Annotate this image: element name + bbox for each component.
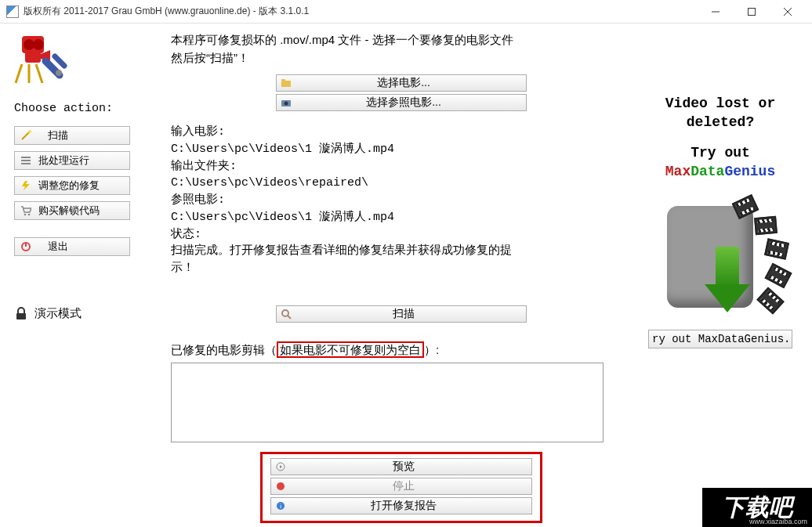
ad-panel: Video lost or deleted? Try out MaxDataGe… bbox=[640, 23, 812, 527]
sidebar-heading: Choose action: bbox=[14, 102, 113, 115]
btn-label: 预览 bbox=[292, 460, 531, 474]
sidebar: Choose action: 扫描 批处理运行 调整您的修复 购买解锁代码 退出… bbox=[0, 23, 157, 527]
report-button[interactable]: i 打开修复报告 bbox=[270, 497, 532, 514]
svg-marker-18 bbox=[22, 181, 30, 190]
camera-icon bbox=[280, 96, 292, 109]
stop-icon bbox=[274, 480, 287, 493]
svg-rect-23 bbox=[16, 313, 26, 319]
unlock-button[interactable]: 购买解锁代码 bbox=[14, 201, 130, 220]
btn-label: 停止 bbox=[292, 479, 531, 493]
list-icon bbox=[20, 154, 32, 167]
svg-rect-1 bbox=[749, 8, 756, 15]
maximize-button[interactable] bbox=[734, 1, 770, 23]
stop-button: 停止 bbox=[270, 478, 532, 495]
btn-label: 扫描 bbox=[297, 307, 526, 321]
play-icon bbox=[274, 460, 287, 473]
svg-point-27 bbox=[285, 102, 288, 106]
maximize-icon bbox=[748, 8, 756, 16]
main-panel: 本程序可修复损坏的 .mov/.mp4 文件 - 选择一个要修复的电影文件 然后… bbox=[157, 23, 640, 527]
sidebar-btn-label: 退出 bbox=[38, 240, 125, 254]
select-movie-button[interactable]: 选择电影... bbox=[276, 74, 527, 92]
scan-main-button[interactable]: 扫描 bbox=[276, 305, 527, 323]
intro-text: 本程序可修复损坏的 .mov/.mp4 文件 - 选择一个要修复的电影文件 然后… bbox=[171, 31, 632, 67]
svg-rect-16 bbox=[21, 160, 31, 161]
minimize-button[interactable] bbox=[698, 1, 734, 23]
svg-rect-15 bbox=[21, 157, 31, 158]
btn-label: 选择电影... bbox=[297, 76, 526, 90]
ad-button-label: ry out MaxDataGenius.. bbox=[652, 333, 792, 345]
info-icon: i bbox=[274, 500, 287, 512]
svg-rect-7 bbox=[25, 52, 41, 63]
bolt-icon bbox=[20, 179, 32, 192]
magnifier-icon bbox=[280, 308, 292, 320]
svg-line-10 bbox=[36, 64, 42, 83]
batch-button[interactable]: 批处理运行 bbox=[14, 151, 130, 170]
app-icon bbox=[6, 5, 19, 18]
svg-line-29 bbox=[288, 316, 291, 319]
svg-marker-31 bbox=[280, 465, 282, 468]
sidebar-btn-label: 批处理运行 bbox=[38, 153, 89, 168]
scan-button[interactable]: 扫描 bbox=[14, 126, 130, 145]
cart-icon bbox=[20, 204, 32, 217]
sidebar-btn-label: 扫描 bbox=[38, 128, 125, 143]
lock-icon bbox=[14, 307, 28, 321]
svg-point-14 bbox=[28, 130, 31, 133]
ad-headline: Video lost or deleted? Try out MaxDataGe… bbox=[643, 94, 798, 181]
sidebar-btn-label: 调整您的修复 bbox=[38, 179, 100, 193]
svg-line-13 bbox=[22, 132, 30, 139]
action-group: 预览 停止 i 打开修复报告 bbox=[260, 452, 542, 523]
adjust-button[interactable]: 调整您的修复 bbox=[14, 176, 130, 195]
svg-point-32 bbox=[277, 482, 285, 490]
svg-rect-17 bbox=[21, 163, 31, 164]
watermark: 下载吧 www.xiazaiba.com bbox=[702, 488, 812, 527]
svg-point-5 bbox=[24, 39, 34, 50]
clip-label: 已修复的电影剪辑（如果电影不可修复则为空白）: bbox=[171, 343, 632, 358]
sidebar-btn-label: 购买解锁代码 bbox=[38, 204, 100, 218]
minimize-icon bbox=[712, 8, 720, 16]
folder-icon bbox=[280, 77, 292, 89]
repaired-list[interactable] bbox=[171, 363, 604, 442]
svg-rect-25 bbox=[281, 79, 285, 81]
btn-label: 打开修复报告 bbox=[292, 499, 531, 513]
close-button[interactable] bbox=[770, 1, 806, 23]
preview-button[interactable]: 预览 bbox=[270, 458, 532, 475]
wand-icon bbox=[20, 129, 32, 142]
select-ref-button[interactable]: 选择参照电影... bbox=[276, 94, 527, 111]
svg-point-19 bbox=[24, 214, 27, 216]
svg-line-9 bbox=[16, 64, 22, 83]
clip-highlight: 如果电影不可修复则为空白 bbox=[277, 341, 424, 358]
ad-button[interactable]: ry out MaxDataGenius.. bbox=[648, 330, 792, 348]
exit-button[interactable]: 退出 bbox=[14, 237, 130, 256]
ad-image bbox=[650, 192, 791, 325]
app-logo bbox=[14, 31, 69, 86]
svg-rect-24 bbox=[281, 81, 291, 87]
svg-point-6 bbox=[33, 39, 44, 50]
svg-point-20 bbox=[28, 214, 31, 216]
demo-label: 演示模式 bbox=[34, 306, 82, 321]
close-icon bbox=[784, 8, 792, 16]
titlebar: 版权所有 2011-2017 Grau GmbH (www.grauonline… bbox=[0, 0, 812, 23]
svg-point-12 bbox=[56, 70, 62, 76]
svg-point-28 bbox=[282, 310, 288, 316]
power-icon bbox=[20, 240, 32, 253]
btn-label: 选择参照电影... bbox=[297, 96, 526, 110]
demo-mode: 演示模式 bbox=[14, 306, 82, 321]
info-block: 输入电影: C:\Users\pc\Videos\1 漩涡博人.mp4 输出文件… bbox=[171, 124, 632, 277]
window-title: 版权所有 2011-2017 Grau GmbH (www.grauonline… bbox=[24, 5, 698, 18]
